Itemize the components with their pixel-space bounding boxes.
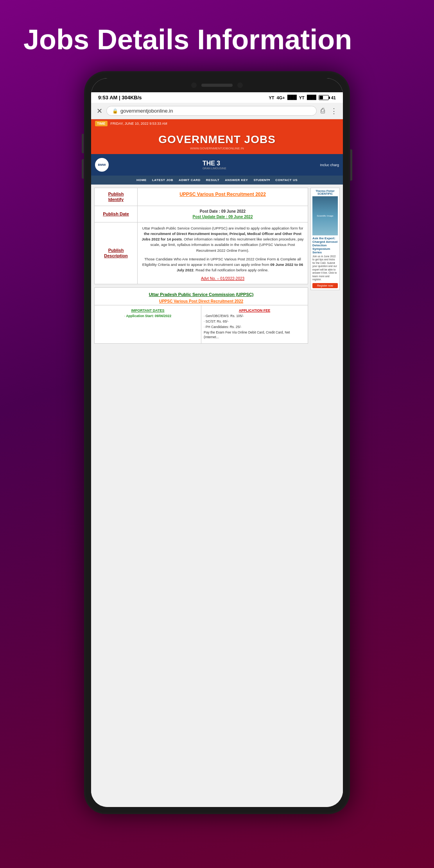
status-time: 9:53 AM | 304KB/s: [98, 95, 142, 100]
ticker-text: FRIDAY, JUNE 10, 2022 9:53:33 AM: [111, 122, 167, 126]
app-fee-label: APPLICATION FEE: [204, 308, 305, 312]
description-para2: Those Candidate Who Are Interested in UP…: [142, 256, 304, 273]
app-start-date: · Application Start: 09/06/2022: [97, 314, 199, 318]
sim2-signal: ▉▉▉: [307, 95, 316, 100]
power-button: [350, 149, 352, 181]
important-dates-label: IMPORTANT DATES: [97, 308, 199, 312]
nav-contact-us[interactable]: CONTACT US: [275, 178, 298, 182]
phone-notch: [91, 78, 343, 92]
ad-subtitle: GRAN LIMOUSINE: [203, 167, 226, 170]
status-bar: 9:53 AM | 304KB/s YT 4G+ ▉▉▉ YT ▉▉▉ 41: [91, 92, 343, 103]
site-main: PublishIdentify UPPSC Various Post Recru…: [91, 185, 343, 807]
menu-icon[interactable]: ⋮: [330, 107, 337, 115]
nav-student[interactable]: STUDENT▾: [253, 178, 270, 182]
nav-home[interactable]: HOME: [136, 178, 147, 182]
ad-right-text: Incluc charg: [320, 163, 339, 167]
page-title: Jobs Details Information: [23, 23, 352, 56]
main-content: PublishIdentify UPPSC Various Post Recru…: [94, 188, 308, 804]
signal-bars: ▉▉▉: [287, 95, 297, 100]
nav-admit-card[interactable]: ADMIT CARD: [179, 178, 201, 182]
publish-description-row: PublishDescription Uttar Pradesh Public …: [95, 222, 308, 284]
website-content: TIME FRIDAY, JUNE 10, 2022 9:53:33 AM GO…: [91, 119, 343, 807]
sensor: [237, 82, 243, 88]
lock-icon: 🔒: [112, 108, 118, 114]
update-date: Post Update Date : 09 June 2022: [142, 215, 304, 219]
site-url: WWW.GOVERNMENTJOBONLINE.IN: [95, 147, 339, 150]
publish-date-content: Post Date : 09 June 2022 Post Update Dat…: [138, 206, 308, 222]
front-camera: [191, 82, 197, 88]
phone-mockup: 9:53 AM | 304KB/s YT 4G+ ▉▉▉ YT ▉▉▉ 41 ✕…: [84, 71, 350, 814]
card2-body: IMPORTANT DATES · Application Start: 09/…: [95, 305, 308, 343]
fee-general: · Gen/OBC/EWS: Rs. 105/-: [204, 314, 305, 319]
nav-result[interactable]: RESULT: [206, 178, 219, 182]
sidebar-ad-title: Ask the Expert: Charged Aerosol Detectio…: [312, 237, 338, 254]
speaker: [201, 84, 233, 87]
close-tab-icon[interactable]: ✕: [97, 107, 102, 115]
site-navigation: HOME LATEST JOB ADMIT CARD RESULT ANSWER…: [91, 176, 343, 185]
publish-description-label-cell: PublishDescription: [95, 222, 138, 284]
fee-sc-st: · SC/ST: Rs. 65/-: [204, 319, 305, 324]
bmw-logo: BMW: [95, 158, 109, 172]
fee-pay-method: Pay the Exam Fee Via Online Debit Card, …: [204, 330, 305, 340]
register-button[interactable]: Register now: [312, 283, 338, 288]
ad-banner[interactable]: BMW THE 3 GRAN LIMOUSINE Incluc charg: [91, 154, 343, 176]
vol-down-button: [82, 159, 84, 179]
battery-fill: [319, 96, 323, 99]
fee-ph: · PH Candidates: Rs. 25/-: [204, 325, 305, 330]
ticker-label: TIME: [95, 121, 108, 126]
publish-date-label-cell: Publish Date: [95, 206, 138, 222]
publish-description-label: PublishDescription: [104, 247, 128, 259]
sidebar-ad-image: Scientific Image: [312, 196, 338, 235]
site-header: GOVERNMENT JOBS WWW.GOVERNMENTJOBONLINE.…: [91, 128, 343, 154]
job-title-cell: UPPSC Various Post Recruitment 2022: [138, 188, 308, 206]
post-name-link[interactable]: UPPSC Various Post Direct Recruitment 20…: [97, 299, 305, 303]
ad-content: THE 3 GRAN LIMOUSINE: [203, 160, 226, 170]
status-icons: YT 4G+ ▉▉▉ YT ▉▉▉ 41: [269, 95, 336, 100]
ad-title: THE 3: [203, 160, 226, 167]
battery-icon: [319, 95, 329, 100]
battery-percent: 41: [331, 95, 336, 100]
card2-header: Uttar Pradesh Public Service Commission …: [95, 288, 308, 305]
browser-actions: ⎙ ⋮: [321, 107, 337, 115]
sidebar-brand: Thermo Fisher SCIENTIFIC: [312, 190, 338, 195]
post-date: Post Date : 09 June 2022: [142, 209, 304, 213]
network-icon: YT: [269, 95, 274, 100]
description-para1: Uttar Pradesh Public Service Commission …: [142, 226, 304, 253]
sidebar-ad-body: Join us in June 2022 to get tips and tri…: [312, 255, 338, 282]
job-card-2: Uttar Pradesh Public Service Commission …: [94, 287, 308, 344]
vol-up-button: [82, 134, 84, 153]
site-logo: GOVERNMENT JOBS: [95, 133, 339, 146]
sidebar: Thermo Fisher SCIENTIFIC Scientific Imag…: [310, 188, 340, 804]
publish-identify-label-cell: PublishIdentify: [95, 188, 138, 206]
publish-identify-label: PublishIdentify: [108, 191, 124, 203]
browser-toolbar: ✕ 🔒 governmentjobonline.in ⎙ ⋮: [91, 103, 343, 119]
signal-icon: 4G+: [277, 95, 285, 100]
url-bar[interactable]: 🔒 governmentjobonline.in: [106, 106, 317, 116]
sidebar-ad[interactable]: Thermo Fisher SCIENTIFIC Scientific Imag…: [310, 188, 340, 290]
url-text: governmentjobonline.in: [120, 108, 173, 114]
nav-answer-key[interactable]: ANSWER KEY: [225, 178, 248, 182]
important-dates-section: IMPORTANT DATES · Application Start: 09/…: [95, 305, 201, 343]
nav-latest-job[interactable]: LATEST JOB: [152, 178, 173, 182]
job-title-link[interactable]: UPPSC Various Post Recruitment 2022: [142, 191, 304, 198]
phone-screen: 9:53 AM | 304KB/s YT 4G+ ▉▉▉ YT ▉▉▉ 41 ✕…: [91, 78, 343, 807]
publish-date-row: Publish Date Post Date : 09 June 2022 Po…: [95, 206, 308, 222]
publish-date-label: Publish Date: [103, 211, 129, 217]
job-card-1: PublishIdentify UPPSC Various Post Recru…: [94, 188, 308, 284]
advt-link[interactable]: Advt No. – 01/2022-2023: [142, 276, 304, 281]
org-name-link[interactable]: Uttar Pradesh Public Service Commission …: [97, 292, 305, 298]
sim2-icon: YT: [299, 95, 305, 100]
application-fee-section: APPLICATION FEE · Gen/OBC/EWS: Rs. 105/-…: [201, 305, 308, 343]
description-content: Uttar Pradesh Public Service Commission …: [138, 222, 308, 284]
share-icon[interactable]: ⎙: [321, 107, 325, 115]
news-ticker: TIME FRIDAY, JUNE 10, 2022 9:53:33 AM: [91, 119, 343, 128]
publish-identify-row: PublishIdentify UPPSC Various Post Recru…: [95, 188, 308, 206]
